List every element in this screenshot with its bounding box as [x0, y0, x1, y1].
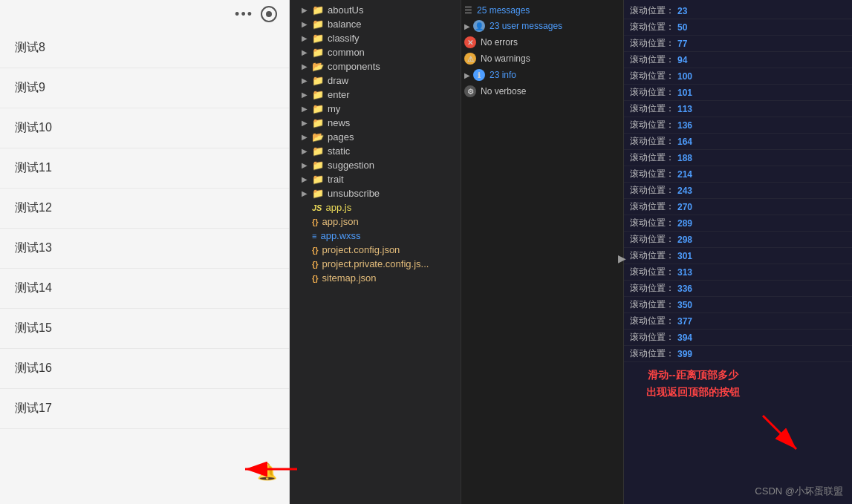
scroll-label: 滚动位置： — [630, 86, 674, 99]
scroll-value: 298 — [677, 235, 692, 245]
log-row[interactable]: ⚠No warnings — [461, 50, 623, 67]
scroll-label: 滚动位置： — [630, 200, 674, 213]
scroll-value: 301 — [677, 251, 692, 261]
scroll-label: 滚动位置： — [630, 21, 674, 33]
scroll-position-row: 滚动位置：94 — [624, 52, 852, 68]
scroll-label: 滚动位置： — [630, 315, 674, 327]
list-item: 测试13 — [0, 229, 289, 269]
file-item[interactable]: ▶📁static — [290, 144, 461, 158]
log-row[interactable]: ▶👤23 user messages — [461, 18, 623, 34]
file-name: sitemap.json — [322, 272, 377, 284]
scroll-value: 101 — [677, 88, 692, 98]
file-item[interactable]: ▶📁unsubscribe — [290, 186, 461, 200]
log-label: 23 info — [490, 70, 516, 80]
file-name: components — [328, 61, 380, 72]
scroll-value: 113 — [677, 104, 692, 114]
scroll-value: 399 — [677, 349, 692, 359]
list-item: 测试16 — [0, 349, 289, 389]
scroll-label: 滚动位置： — [630, 70, 674, 82]
log-label: No warnings — [481, 53, 530, 64]
file-name: suggestion — [328, 160, 374, 171]
watermark: CSDN @小坏蛋联盟 — [755, 485, 843, 498]
scroll-position-row: 滚动位置：350 — [624, 297, 852, 313]
scroll-position-row: 滚动位置：313 — [624, 264, 852, 281]
file-item[interactable]: ▶📁my — [290, 102, 461, 116]
scroll-label: 滚动位置： — [630, 135, 674, 148]
scroll-value: 50 — [677, 22, 687, 33]
file-item[interactable]: ▶📁aboutUs — [290, 3, 461, 17]
log-row[interactable]: ☰25 messages — [461, 3, 623, 18]
dots-icon[interactable]: ••• — [235, 7, 253, 22]
file-name: project.config.json — [322, 244, 400, 255]
scroll-label: 滚动位置： — [630, 4, 674, 17]
file-item[interactable]: ▶📁classify — [290, 31, 461, 45]
log-label: 23 user messages — [490, 21, 562, 31]
file-explorer: ▶📁aboutUs▶📁balance▶📁classify▶📁common▶📂co… — [290, 0, 461, 504]
file-name: static — [328, 145, 350, 157]
record-inner — [266, 11, 272, 17]
file-item[interactable]: ▶📁enter — [290, 88, 461, 102]
scroll-label: 滚动位置： — [630, 233, 674, 246]
file-item[interactable]: ▶📂pages — [290, 130, 461, 144]
scroll-to-top-icon[interactable]: 🔔 — [257, 462, 277, 482]
file-item[interactable]: ▶📂components — [290, 59, 461, 73]
scroll-position-row: 滚动位置：394 — [624, 330, 852, 346]
file-item[interactable]: ▶📁draw — [290, 73, 461, 88]
list-item: 测试9 — [0, 68, 289, 108]
list-container[interactable]: 测试8测试9测试10测试11测试12测试13测试14测试15测试16测试17 — [0, 28, 289, 504]
file-item[interactable]: ▶{}project.private.config.js... — [290, 257, 461, 271]
list-item: 测试8 — [0, 28, 289, 68]
file-name: aboutUs — [328, 4, 363, 16]
scroll-value: 100 — [677, 71, 692, 82]
scroll-value: 270 — [677, 202, 692, 212]
record-button[interactable] — [261, 6, 277, 22]
file-name: app.js — [325, 202, 351, 213]
file-item[interactable]: ▶JSapp.js — [290, 200, 461, 215]
scroll-label: 滚动位置： — [630, 184, 674, 197]
scroll-value: 289 — [677, 218, 692, 229]
scroll-label: 滚动位置： — [630, 151, 674, 164]
collapse-arrow[interactable]: ▶ — [618, 252, 626, 264]
file-item[interactable]: ▶{}app.json — [290, 215, 461, 229]
log-expand-arrow[interactable]: ▶ — [464, 71, 470, 79]
log-expand-arrow[interactable]: ▶ — [464, 22, 470, 30]
scroll-label: 滚动位置： — [630, 119, 674, 131]
file-name: app.json — [322, 216, 359, 227]
file-item[interactable]: ▶{}sitemap.json — [290, 271, 461, 285]
scroll-position-row: 滚动位置：113 — [624, 101, 852, 117]
scroll-label: 滚动位置： — [630, 347, 674, 360]
scroll-position-row: 滚动位置：188 — [624, 150, 852, 166]
scroll-position-row: 滚动位置：399 — [624, 346, 852, 362]
file-name: common — [328, 47, 365, 58]
scroll-position-row: 滚动位置：377 — [624, 313, 852, 330]
scroll-value: 94 — [677, 55, 687, 65]
scroll-label: 滚动位置： — [630, 282, 674, 295]
file-name: project.private.config.js... — [322, 258, 429, 269]
file-item[interactable]: ▶📁trait — [290, 172, 461, 186]
warning-icon: ⚠ — [464, 53, 476, 65]
scroll-label: 滚动位置： — [630, 249, 674, 262]
scroll-position-row: 滚动位置：164 — [624, 134, 852, 150]
file-name: my — [328, 103, 340, 114]
log-row[interactable]: ✕No errors — [461, 34, 623, 50]
file-item[interactable]: ▶📁news — [290, 116, 461, 130]
file-item[interactable]: ▶{}project.config.json — [290, 243, 461, 257]
scroll-position-row: 滚动位置：301 — [624, 248, 852, 264]
file-name: draw — [328, 75, 348, 86]
log-row[interactable]: ⚙No verbose — [461, 83, 623, 99]
scroll-position-row: 滚动位置：298 — [624, 232, 852, 248]
scroll-panel: 滚动位置：23滚动位置：50滚动位置：77滚动位置：94滚动位置：100滚动位置… — [624, 0, 852, 504]
scroll-value: 336 — [677, 284, 692, 294]
file-item[interactable]: ▶📁suggestion — [290, 158, 461, 172]
list-item: 测试10 — [0, 108, 289, 148]
file-item[interactable]: ▶📁common — [290, 45, 461, 59]
scroll-position-row: 滚动位置：101 — [624, 85, 852, 101]
scroll-value: 313 — [677, 267, 692, 278]
scroll-position-row: 滚动位置：23 — [624, 3, 852, 19]
info-icon: ℹ — [473, 69, 485, 81]
scroll-position-row: 滚动位置：100 — [624, 68, 852, 85]
file-item[interactable]: ▶📁balance — [290, 17, 461, 31]
scroll-value: 77 — [677, 39, 687, 49]
log-row[interactable]: ▶ℹ23 info — [461, 67, 623, 83]
file-item[interactable]: ▶≡app.wxss — [290, 229, 461, 243]
